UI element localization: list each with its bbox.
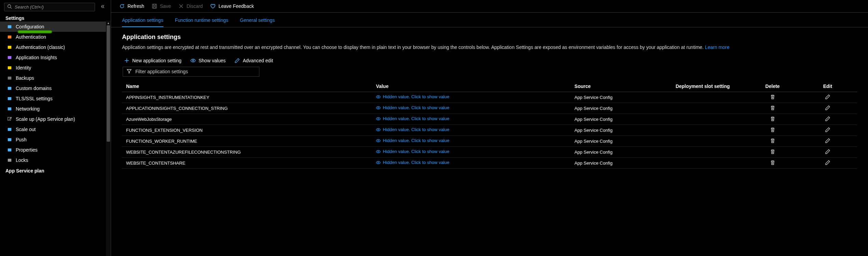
hidden-value-link[interactable]: Hidden value. Click to show value	[376, 94, 449, 99]
save-button[interactable]: Save	[152, 3, 171, 9]
backup-icon	[7, 75, 12, 81]
scrollbar-thumb[interactable]	[107, 25, 110, 142]
edit-button[interactable]	[825, 106, 830, 112]
network-icon	[7, 106, 12, 112]
svg-rect-13	[8, 138, 12, 141]
sidebar-item-authentication-classic[interactable]: Authentication (classic)	[0, 42, 111, 52]
edit-button[interactable]	[825, 117, 830, 123]
hidden-value-link[interactable]: Hidden value. Click to show value	[376, 116, 449, 121]
cell-source: App Service Config	[570, 136, 659, 146]
table-row: APPINSIGHTS_INSTRUMENTATIONKEYHidden val…	[122, 92, 857, 103]
delete-button[interactable]	[770, 128, 775, 133]
identity-icon	[7, 65, 12, 71]
scrollbar-up-icon[interactable]: ▲	[106, 21, 111, 25]
svg-line-1	[11, 8, 12, 9]
column-value[interactable]: Value	[372, 81, 570, 92]
sidebar-item-tls-ssl-settings[interactable]: TLS/SSL settings	[0, 93, 111, 104]
svg-point-32	[378, 129, 379, 130]
edit-button[interactable]	[825, 161, 830, 166]
collapse-sidebar-button[interactable]	[99, 3, 107, 11]
sidebar-item-label: Locks	[16, 157, 28, 163]
hidden-value-link[interactable]: Hidden value. Click to show value	[376, 105, 449, 110]
table-row: WEBSITE_CONTENTAZUREFILECONNECTIONSTRING…	[122, 146, 857, 157]
scaleup-icon	[7, 116, 12, 122]
discard-label: Discard	[187, 3, 203, 9]
svg-point-29	[378, 118, 379, 119]
sidebar-item-push[interactable]: Push	[0, 135, 111, 145]
search-input[interactable]	[14, 4, 92, 10]
learn-more-link[interactable]: Learn more	[705, 44, 730, 50]
sidebar-item-locks[interactable]: Locks	[0, 155, 111, 165]
edit-button[interactable]	[825, 95, 830, 101]
column-edit[interactable]: Edit	[798, 81, 857, 92]
cell-slot	[659, 92, 747, 103]
sidebar-scrollbar[interactable]: ▲	[106, 21, 111, 256]
delete-button[interactable]	[770, 117, 775, 123]
delete-button[interactable]	[770, 106, 775, 112]
hidden-value-link[interactable]: Hidden value. Click to show value	[376, 149, 449, 154]
hidden-value-link[interactable]: Hidden value. Click to show value	[376, 160, 449, 165]
search-box[interactable]	[4, 3, 95, 11]
filter-input[interactable]	[135, 68, 256, 75]
column-source[interactable]: Source	[570, 81, 659, 92]
column-name[interactable]: Name	[122, 81, 372, 92]
sidebar-item-backups[interactable]: Backups	[0, 73, 111, 83]
svg-rect-8	[8, 87, 12, 90]
tab-function-runtime-settings[interactable]: Function runtime settings	[175, 17, 228, 27]
sidebar-item-properties[interactable]: Properties	[0, 145, 111, 155]
sidebar-item-networking[interactable]: Networking	[0, 104, 111, 114]
column-delete[interactable]: Delete	[747, 81, 798, 92]
hidden-value-link[interactable]: Hidden value. Click to show value	[376, 127, 449, 132]
advanced-edit-button[interactable]: Advanced edit	[234, 58, 273, 63]
tab-general-settings[interactable]: General settings	[240, 17, 275, 27]
svg-rect-3	[8, 36, 12, 39]
refresh-button[interactable]: Refresh	[119, 3, 144, 9]
sidebar-item-application-insights[interactable]: Application Insights	[0, 52, 111, 63]
cell-source: App Service Config	[570, 125, 659, 136]
new-setting-button[interactable]: New application setting	[124, 58, 181, 63]
sidebar-item-identity[interactable]: Identity	[0, 63, 111, 73]
sidebar-item-custom-domains[interactable]: Custom domains	[0, 83, 111, 93]
show-values-label: Show values	[199, 58, 226, 63]
key-icon	[7, 44, 12, 50]
sidebar-item-scale-up-app-service-plan[interactable]: Scale up (App Service plan)	[0, 114, 111, 124]
svg-rect-11	[8, 117, 11, 120]
tab-application-settings[interactable]: Application settings	[122, 17, 163, 27]
cell-source: App Service Config	[570, 146, 659, 157]
show-values-button[interactable]: Show values	[190, 58, 226, 63]
edit-button[interactable]	[825, 150, 830, 155]
feedback-button[interactable]: Leave Feedback	[210, 3, 254, 9]
cell-slot	[659, 125, 747, 136]
refresh-icon	[119, 3, 125, 9]
svg-rect-9	[8, 97, 12, 100]
sidebar-item-label: Backups	[16, 75, 34, 81]
svg-point-38	[378, 151, 379, 152]
svg-rect-14	[8, 149, 12, 152]
edit-button[interactable]	[825, 139, 830, 144]
edit-button[interactable]	[825, 128, 830, 133]
sidebar-item-scale-out[interactable]: Scale out	[0, 124, 111, 135]
delete-button[interactable]	[770, 150, 775, 155]
delete-button[interactable]	[770, 161, 775, 166]
cell-source: App Service Config	[570, 103, 659, 114]
svg-rect-6	[8, 66, 12, 69]
table-row: WEBSITE_CONTENTSHAREHidden value. Click …	[122, 157, 857, 168]
sidebar-item-configuration[interactable]: Configuration	[0, 22, 111, 32]
refresh-label: Refresh	[127, 3, 144, 9]
svg-point-35	[378, 140, 379, 141]
column-deployment-slot-setting[interactable]: Deployment slot setting	[659, 81, 747, 92]
filter-box[interactable]	[123, 67, 259, 77]
hidden-value-link[interactable]: Hidden value. Click to show value	[376, 138, 449, 143]
svg-point-41	[378, 162, 379, 163]
delete-button[interactable]	[770, 95, 775, 101]
svg-point-22	[192, 60, 194, 61]
delete-button[interactable]	[770, 139, 775, 144]
new-setting-label: New application setting	[132, 58, 181, 63]
sidebar-item-authentication[interactable]: Authentication	[0, 32, 111, 42]
pencil-icon	[234, 58, 240, 63]
svg-rect-4	[8, 46, 12, 49]
table-row: FUNCTIONS_EXTENSION_VERSIONHidden value.…	[122, 125, 857, 136]
table-row: APPLICATIONINSIGHTS_CONNECTION_STRINGHid…	[122, 103, 857, 114]
svg-point-26	[378, 107, 379, 108]
discard-button[interactable]: Discard	[178, 3, 203, 9]
